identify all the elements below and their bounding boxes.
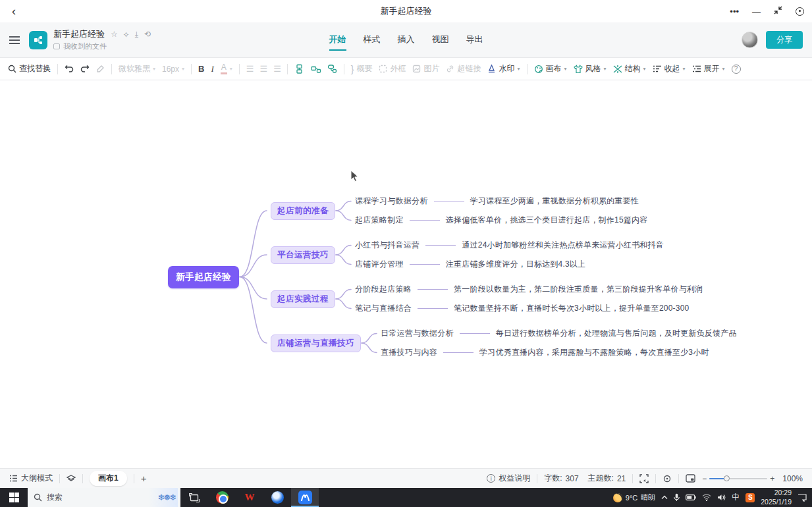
fit-screen-icon[interactable] — [639, 474, 649, 483]
task-view-button[interactable] — [180, 488, 208, 507]
subtopic-detail[interactable]: 学习课程至少两遍，重视数据分析积累的重要性 — [470, 196, 639, 207]
subtopic-detail[interactable]: 学习优秀直播内容，采用露脸与不露脸策略，每次直播至少3小时 — [479, 347, 709, 358]
locate-center-icon[interactable] — [663, 474, 672, 483]
download-icon[interactable]: ⤓ — [135, 30, 138, 38]
weather-snow-graphic[interactable]: ❄❅❄ — [148, 488, 178, 507]
undo-button[interactable] — [65, 65, 74, 73]
zoom-slider[interactable] — [709, 478, 767, 479]
bold-button[interactable]: B — [198, 64, 204, 74]
subtopic-detail[interactable]: 每日进行数据榜单分析，处理物流与售后问题，及时更新负反馈产品 — [496, 328, 737, 339]
summary-button[interactable]: }概要 — [351, 63, 373, 74]
expand-nodes-button[interactable]: 展开▾ — [692, 63, 725, 74]
italic-button[interactable]: I — [211, 64, 213, 74]
more-menu-icon[interactable]: ••• — [730, 7, 739, 16]
canvas-tab-1[interactable]: 画布1 — [90, 471, 127, 486]
tab-insert[interactable]: 插入 — [398, 34, 415, 51]
subtopic-detail[interactable]: 第一阶段以数量为主，第二阶段注重质量，第三阶段提升客单价与利润 — [454, 284, 703, 295]
user-avatar[interactable] — [742, 32, 758, 48]
canvas-settings-button[interactable]: 画布▾ — [534, 63, 567, 74]
subtopic-label[interactable]: 日常运营与数据分析 — [381, 328, 454, 339]
restore-icon[interactable] — [774, 5, 782, 17]
minimap-icon[interactable] — [686, 474, 695, 483]
collapse-nodes-button[interactable]: 收起▾ — [653, 63, 686, 74]
branch-topic[interactable]: 平台运营技巧 — [271, 246, 335, 264]
root-topic[interactable]: 新手起店经验 — [168, 266, 239, 288]
align-right-icon[interactable]: ☰ — [273, 64, 281, 74]
taskbar-browser-icon[interactable] — [263, 488, 291, 507]
subtopic-label[interactable]: 笔记与直播结合 — [355, 303, 412, 314]
volume-icon[interactable] — [717, 494, 726, 501]
tab-style[interactable]: 样式 — [364, 34, 381, 51]
style-theme-button[interactable]: 风格▾ — [574, 63, 607, 74]
tab-view[interactable]: 视图 — [432, 34, 449, 51]
tray-weather[interactable]: 9°C 晴朗 — [613, 493, 655, 502]
structure-button[interactable]: 结构▾ — [613, 63, 646, 74]
frame-button[interactable]: 外框 — [379, 63, 406, 74]
tray-clock[interactable]: 20:29 2025/1/19 — [761, 489, 792, 506]
favorite-star-icon[interactable]: ☆ — [111, 30, 118, 38]
subtopic-detail[interactable]: 笔记数量坚持不断，直播时长每次3小时以上，提升单量至200-300 — [454, 303, 689, 314]
taskbar-mindmap-app-icon[interactable] — [291, 488, 319, 507]
redo-button[interactable] — [80, 65, 90, 73]
align-left-icon[interactable]: ☰ — [246, 64, 254, 74]
main-menu-icon[interactable] — [9, 36, 20, 44]
font-name-select[interactable]: 微软雅黑▾ — [119, 63, 155, 74]
rights-info-button[interactable]: i 权益说明 — [487, 473, 530, 484]
taskbar-search-input[interactable]: 搜索 ❄❅❄ — [28, 488, 180, 507]
tag-icon[interactable]: ⟡ — [124, 30, 129, 38]
sogou-input-icon[interactable]: S — [745, 493, 755, 502]
wifi-icon[interactable] — [702, 494, 711, 501]
battery-icon[interactable] — [686, 494, 696, 500]
subtopic-label[interactable]: 分阶段起店策略 — [355, 284, 412, 295]
statusbar: 大纲模式 画布1 + i 权益说明 字数:307 主题数:21 — [0, 468, 812, 488]
subtopic-label[interactable]: 直播技巧与内容 — [381, 347, 437, 358]
tab-start[interactable]: 开始 — [329, 34, 346, 51]
align-center-icon[interactable]: ☰ — [259, 64, 267, 74]
topic-detail-connector — [443, 352, 474, 353]
document-location[interactable]: 我收到的文件 — [53, 41, 151, 51]
hidden-icons-chevron[interactable] — [661, 495, 668, 500]
subtopic-label[interactable]: 小红书与抖音运营 — [355, 240, 420, 251]
font-color-button[interactable]: A▾ — [221, 63, 232, 74]
subtopic-detail[interactable]: 注重店铺多维度评分，目标达到4.3以上 — [446, 259, 585, 270]
image-button[interactable]: 图片 — [412, 63, 439, 74]
format-painter-icon[interactable] — [96, 65, 105, 73]
insert-subtopic-icon[interactable] — [311, 64, 321, 74]
zoom-in-button[interactable]: + — [770, 474, 774, 483]
add-canvas-button[interactable]: + — [141, 473, 147, 484]
branch-topic[interactable]: 店铺运营与直播技巧 — [271, 334, 361, 352]
document-title[interactable]: 新手起店经验 — [53, 28, 105, 40]
branch-topic[interactable]: 起店实践过程 — [271, 290, 335, 308]
subtopic-detail[interactable]: 通过24小时加够粉丝和关注热点榜单来运营小红书和抖音 — [462, 240, 664, 251]
layers-icon[interactable] — [67, 475, 76, 483]
minimize-icon[interactable]: — — [752, 7, 761, 16]
subtopic-label[interactable]: 课程学习与数据分析 — [355, 196, 428, 207]
taskbar-chrome-icon[interactable] — [208, 488, 236, 507]
subtopic-detail[interactable]: 选择偏低客单价，挑选三个类目进行起店，制作15篇内容 — [446, 215, 648, 226]
outline-mode-button[interactable]: 大纲模式 — [9, 473, 53, 484]
share-button[interactable]: 分享 — [766, 31, 803, 49]
ime-indicator[interactable]: 中 — [732, 492, 740, 503]
help-icon[interactable]: ? — [732, 65, 741, 74]
hyperlink-button[interactable]: 超链接 — [446, 63, 481, 74]
watermark-button[interactable]: 水印▾ — [487, 63, 520, 74]
mindmap-child-row: 直播技巧与内容学习优秀直播内容，采用露脸与不露脸策略，每次直播至少3小时 — [381, 343, 737, 362]
font-size-select[interactable]: 16px▾ — [162, 65, 184, 74]
branch-topic[interactable]: 起店前的准备 — [271, 202, 335, 220]
tab-export[interactable]: 导出 — [466, 34, 483, 51]
microphone-icon[interactable] — [674, 493, 680, 502]
insert-sibling-icon[interactable] — [327, 64, 337, 74]
action-center-icon[interactable] — [798, 494, 807, 502]
zoom-out-button[interactable]: − — [702, 474, 707, 483]
find-replace-button[interactable]: 查找替换 — [8, 63, 51, 74]
zoom-slider-thumb[interactable] — [724, 475, 730, 481]
insert-topic-icon[interactable] — [294, 64, 304, 74]
windows-start-button[interactable] — [0, 488, 28, 507]
app-logo-icon[interactable] — [29, 31, 47, 49]
subtopic-label[interactable]: 店铺评分管理 — [355, 259, 404, 270]
taskbar-wps-icon[interactable]: W — [236, 488, 263, 507]
history-icon[interactable]: ⟲ — [144, 30, 151, 38]
record-icon[interactable] — [796, 7, 804, 16]
mindmap-canvas[interactable]: 新手起店经验起店前的准备课程学习与数据分析学习课程至少两遍，重视数据分析积累的重… — [0, 80, 812, 468]
subtopic-label[interactable]: 起店策略制定 — [355, 215, 404, 226]
